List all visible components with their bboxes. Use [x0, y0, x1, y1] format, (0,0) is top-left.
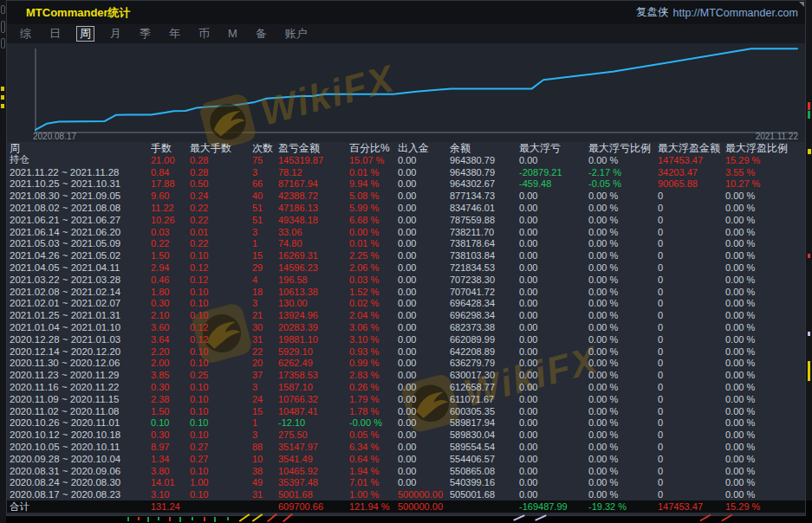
- column-header-手数[interactable]: 手数: [151, 141, 190, 156]
- cell: 0: [658, 417, 725, 428]
- column-header-最大浮亏[interactable]: 最大浮亏: [519, 141, 588, 156]
- table-row[interactable]: 2020.12.28 ~ 2021.01.033.640.123119881.1…: [7, 333, 805, 345]
- cell: 2020.11.09 ~ 2020.11.15: [10, 394, 151, 404]
- cell: 0.00 %: [588, 346, 658, 357]
- cell: 0.00 %: [725, 489, 805, 500]
- cell: 0.00 %: [725, 298, 805, 308]
- table-row[interactable]: 2020.12.14 ~ 2020.12.202.200.10225929.10…: [7, 345, 805, 358]
- column-header-最大浮盈比例[interactable]: 最大浮盈比例: [725, 141, 805, 156]
- menu-tab-季[interactable]: 季: [137, 27, 153, 41]
- column-header-次数[interactable]: 次数: [252, 141, 278, 156]
- brand-url-link[interactable]: http://MTCommander.com: [673, 7, 799, 19]
- table-row[interactable]: 2020.10.12 ~ 2020.10.180.300.103275.500.…: [7, 429, 805, 441]
- table-row[interactable]: 2020.09.28 ~ 2020.10.041.340.27103541.49…: [7, 453, 805, 465]
- cell: 0.00 %: [588, 477, 658, 487]
- table-row[interactable]: 2021.06.21 ~ 2021.06.2710.260.225149348.…: [7, 214, 805, 226]
- cell: 0.00: [398, 466, 450, 476]
- background-window-left-edge: [0, 0, 6, 523]
- table-row[interactable]: 2020.11.23 ~ 2020.11.293.850.253717358.5…: [7, 369, 805, 381]
- cell: 0.00: [398, 406, 450, 416]
- menu-tab-备[interactable]: 备: [253, 27, 270, 41]
- table-row[interactable]: 2021.02.01 ~ 2021.02.070.300.103130.000.…: [7, 298, 805, 310]
- cell: 0.00: [398, 155, 450, 165]
- table-row[interactable]: 持仓21.000.2875145319.8715.07 %0.00964380.…: [7, 154, 805, 166]
- table-row[interactable]: 2020.11.30 ~ 2020.12.062.000.10206262.49…: [7, 358, 805, 370]
- table-row[interactable]: 2020.10.26 ~ 2020.11.010.100.101-12.10-0…: [7, 417, 805, 429]
- cell: 1.79 %: [349, 394, 398, 404]
- cell: 13924.96: [278, 310, 349, 320]
- table-row[interactable]: 2020.10.05 ~ 2020.10.118.970.278835147.9…: [7, 441, 805, 453]
- cell: 2020.08.31 ~ 2020.09.06: [10, 466, 151, 476]
- cell: 1.94 %: [349, 466, 398, 476]
- menu-tab-账户[interactable]: 账户: [283, 27, 310, 41]
- menu-tab-币[interactable]: 币: [196, 27, 212, 41]
- cell: 6262.49: [278, 358, 349, 368]
- cell: 2020.12.28 ~ 2021.01.03: [10, 334, 151, 345]
- cell: 0: [658, 215, 725, 225]
- cell: 10.26: [151, 215, 190, 225]
- cell: 19881.10: [278, 334, 349, 345]
- resize-corner-icon[interactable]: [799, 2, 804, 7]
- table-row[interactable]: 2021.11.22 ~ 2021.11.280.840.28378.120.0…: [7, 166, 805, 178]
- column-header-出入金[interactable]: 出入金: [398, 141, 450, 156]
- cell: 0.00 %: [588, 190, 658, 201]
- cell: 0.28: [190, 155, 252, 165]
- table-row[interactable]: 2020.08.31 ~ 2020.09.063.800.103810465.9…: [7, 465, 805, 477]
- menu-tab-月[interactable]: 月: [107, 27, 124, 41]
- cell: 0.22: [190, 203, 252, 213]
- table-row[interactable]: 2021.03.22 ~ 2021.03.280.460.124196.580.…: [7, 274, 805, 286]
- cell: 35397.48: [278, 477, 349, 487]
- table-row[interactable]: 2021.05.03 ~ 2021.05.090.220.22174.800.0…: [7, 238, 805, 250]
- cell: 10: [252, 454, 278, 464]
- table-row[interactable]: 2020.11.16 ~ 2020.11.220.300.1031587.100…: [7, 381, 805, 393]
- cell: 1.00: [190, 477, 252, 487]
- table-row[interactable]: 2021.10.25 ~ 2021.10.3117.880.506687167.…: [7, 178, 805, 190]
- cell: 121.94 %: [349, 501, 398, 512]
- table-row[interactable]: 2021.04.05 ~ 2021.04.112.940.122914596.2…: [7, 262, 805, 274]
- menu-tab-综[interactable]: 综: [17, 27, 34, 41]
- cell: 0.00 %: [588, 250, 658, 261]
- cell: 15.07 %: [349, 155, 398, 165]
- background-chart-tick: [192, 517, 193, 520]
- table-row[interactable]: 2021.06.14 ~ 2021.06.200.030.01333.060.0…: [7, 226, 805, 238]
- total-row[interactable]: 合计131.24609700.66121.94 %500000.00-16948…: [7, 500, 805, 513]
- table-row[interactable]: 2021.02.08 ~ 2021.02.141.800.101810613.3…: [7, 286, 805, 298]
- column-header-最大手数[interactable]: 最大手数: [190, 141, 252, 156]
- title-bar: MTCommander统计 复盘侠 http://MTCommander.com: [7, 1, 805, 24]
- cell: 2021.06.21 ~ 2021.06.27: [10, 215, 151, 225]
- cell: 721834.53: [450, 262, 519, 273]
- menu-tab-日[interactable]: 日: [47, 27, 63, 41]
- table-row[interactable]: 2021.04.26 ~ 2021.05.021.500.101516269.3…: [7, 249, 805, 262]
- table-row[interactable]: 2021.08.30 ~ 2021.09.059.600.244042388.7…: [7, 190, 805, 202]
- cell: 0.00 %: [588, 262, 658, 273]
- column-header-盈亏金额[interactable]: 盈亏金额: [278, 141, 349, 156]
- cell: 0.03 %: [349, 274, 398, 285]
- column-header-百分比%[interactable]: 百分比%: [349, 141, 398, 156]
- table-row[interactable]: 2021.01.25 ~ 2021.01.312.100.102113924.9…: [7, 309, 805, 321]
- column-header-余额[interactable]: 余额: [450, 141, 519, 156]
- cell: 0.10: [190, 466, 252, 476]
- menu-tab-周[interactable]: 周: [76, 26, 94, 42]
- cell: 147453.47: [658, 155, 725, 165]
- cell: 78.12: [278, 167, 349, 178]
- cell: 682373.38: [450, 322, 519, 333]
- cell: 0.00: [398, 346, 450, 357]
- table-row[interactable]: 2020.11.02 ~ 2020.11.081.500.101510487.4…: [7, 405, 805, 417]
- table-row[interactable]: 2020.08.17 ~ 2020.08.233.100.10315001.68…: [7, 488, 805, 500]
- menu-tab-M[interactable]: M: [225, 27, 240, 41]
- menu-tab-年[interactable]: 年: [166, 27, 183, 41]
- column-header-最大浮亏比例[interactable]: 最大浮亏比例: [588, 141, 658, 156]
- cell: 0: [658, 454, 725, 464]
- table-row[interactable]: 2020.08.24 ~ 2020.08.3014.011.004935397.…: [7, 477, 805, 489]
- cell: 0.00: [519, 394, 588, 404]
- table-row[interactable]: 2021.08.02 ~ 2021.08.0811.220.225147186.…: [7, 202, 805, 214]
- cell: 0: [658, 429, 725, 440]
- column-header-最大浮盈金额[interactable]: 最大浮盈金额: [658, 141, 725, 156]
- table-row[interactable]: 2020.11.09 ~ 2020.11.152.380.102410766.3…: [7, 393, 805, 405]
- table-row[interactable]: 2021.01.04 ~ 2021.01.103.600.123020283.3…: [7, 321, 805, 333]
- cell: 0: [658, 406, 725, 416]
- cell: 0.00: [519, 417, 588, 428]
- cell: 0.00 %: [725, 442, 805, 452]
- cell: 0.27: [190, 454, 252, 464]
- cell: 0.00 %: [725, 406, 805, 416]
